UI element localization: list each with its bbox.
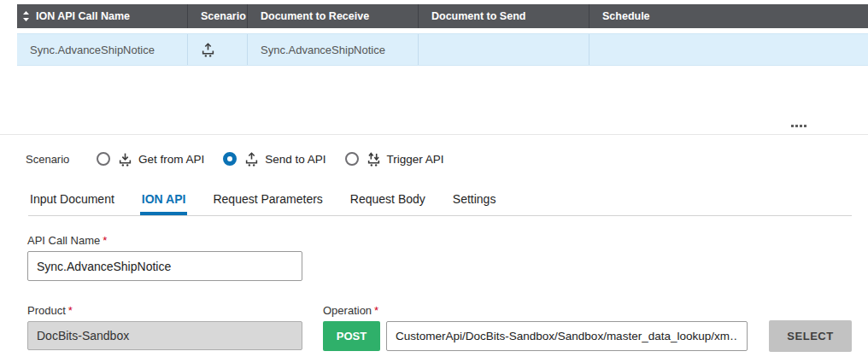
radio-button[interactable] — [345, 152, 359, 166]
column-header-label: ION API Call Name — [36, 10, 130, 22]
operation-path-input[interactable] — [386, 321, 748, 351]
trigger-api-icon — [367, 152, 381, 167]
cell-api-call-name: Sync.AdvanceShipNotice — [17, 34, 188, 65]
cell-document-to-receive: Sync.AdvanceShipNotice — [248, 34, 419, 65]
label-text: Operation — [323, 304, 372, 317]
table-row[interactable]: Sync.AdvanceShipNotice Sync.AdvanceShipN… — [17, 33, 868, 66]
http-method-badge: POST — [323, 321, 380, 351]
tab-request-body[interactable]: Request Body — [349, 189, 427, 215]
splitter-handle[interactable] — [791, 125, 806, 127]
radio-option-label: Send to API — [265, 153, 326, 166]
column-header-label: Schedule — [602, 10, 650, 22]
radio-button[interactable] — [97, 152, 110, 166]
column-header-ion-api-call-name[interactable]: ION API Call Name — [17, 4, 188, 28]
ion-api-call-table: ION API Call Name Scenario Document to R… — [17, 4, 868, 66]
column-header-document-to-send[interactable]: Document to Send — [419, 4, 589, 28]
radio-button-selected[interactable] — [223, 152, 237, 166]
column-header-scenario[interactable]: Scenario — [188, 4, 248, 28]
product-input[interactable] — [27, 321, 302, 350]
label-text: Product — [27, 304, 66, 317]
column-header-label: Scenario — [201, 10, 246, 22]
api-call-name-input[interactable] — [27, 251, 302, 281]
scenario-group-label: Scenario — [26, 153, 97, 166]
radio-option-trigger-api[interactable]: Trigger API — [345, 152, 444, 167]
radio-option-label: Trigger API — [387, 153, 444, 166]
product-label: Product* — [27, 304, 73, 317]
required-marker: * — [374, 304, 378, 317]
send-to-api-icon — [201, 43, 215, 57]
tab-input-document[interactable]: Input Document — [28, 189, 116, 215]
pane-divider — [0, 134, 868, 135]
required-marker: * — [68, 304, 73, 317]
column-header-label: Document to Send — [431, 10, 525, 22]
column-header-schedule[interactable]: Schedule — [589, 4, 868, 28]
radio-option-send-to-api[interactable]: Send to API — [223, 152, 326, 167]
radio-option-get-from-api[interactable]: Get from API — [97, 152, 204, 167]
scenario-radio-group: Scenario Get from API Send to API — [26, 147, 463, 171]
sort-icon[interactable] — [22, 11, 30, 21]
radio-option-label: Get from API — [138, 153, 204, 166]
send-to-api-icon — [244, 152, 259, 167]
column-header-document-to-receive[interactable]: Document to Receive — [248, 4, 419, 28]
required-marker: * — [103, 234, 107, 247]
table-header-row: ION API Call Name Scenario Document to R… — [17, 4, 868, 28]
tab-request-parameters[interactable]: Request Parameters — [211, 189, 324, 215]
operation-label: Operation* — [323, 304, 378, 317]
api-call-name-label: API Call Name* — [27, 234, 107, 247]
select-operation-button[interactable]: SELECT — [769, 320, 852, 352]
column-header-label: Document to Receive — [261, 10, 369, 22]
cell-scenario — [188, 34, 248, 65]
tab-settings[interactable]: Settings — [451, 189, 498, 215]
tab-bar: Input Document ION API Request Parameter… — [28, 189, 852, 216]
cell-schedule — [589, 34, 868, 65]
label-text: API Call Name — [27, 234, 100, 247]
tab-ion-api[interactable]: ION API — [140, 189, 188, 215]
cell-document-to-send — [419, 34, 589, 65]
get-from-api-icon — [118, 152, 132, 167]
